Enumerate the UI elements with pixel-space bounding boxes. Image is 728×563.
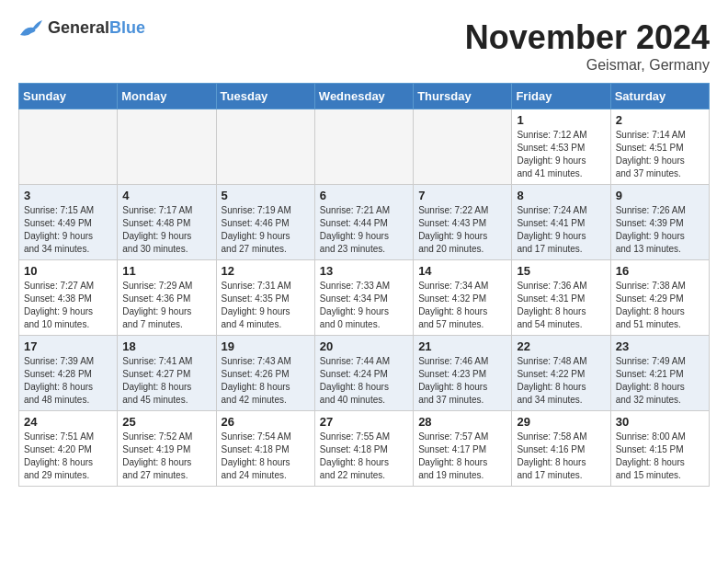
- day-info: Sunrise: 7:43 AM Sunset: 4:26 PM Dayligh…: [222, 355, 310, 407]
- title-area: November 2024 Geismar, Germany: [465, 18, 710, 74]
- day-info: Sunrise: 7:33 AM Sunset: 4:34 PM Dayligh…: [320, 280, 408, 331]
- calendar-cell: 20Sunrise: 7:44 AM Sunset: 4:24 PM Dayli…: [314, 336, 413, 411]
- day-info: Sunrise: 7:21 AM Sunset: 4:44 PM Dayligh…: [320, 204, 408, 256]
- calendar-week-1: 1Sunrise: 7:12 AM Sunset: 4:53 PM Daylig…: [19, 109, 710, 185]
- day-info: Sunrise: 7:46 AM Sunset: 4:23 PM Dayligh…: [418, 355, 506, 407]
- logo-general: General: [48, 19, 109, 38]
- day-number: 10: [24, 264, 112, 278]
- day-info: Sunrise: 7:55 AM Sunset: 4:18 PM Dayligh…: [320, 431, 408, 482]
- calendar-cell: [216, 109, 314, 185]
- calendar-cell: 30Sunrise: 8:00 AM Sunset: 4:15 PM Dayli…: [610, 411, 709, 487]
- day-info: Sunrise: 7:44 AM Sunset: 4:24 PM Dayligh…: [320, 355, 408, 407]
- day-number: 28: [418, 415, 506, 429]
- day-number: 7: [418, 189, 506, 202]
- day-number: 4: [122, 189, 210, 202]
- day-number: 6: [320, 189, 408, 202]
- calendar-cell: 12Sunrise: 7:31 AM Sunset: 4:35 PM Dayli…: [216, 260, 314, 336]
- day-info: Sunrise: 7:54 AM Sunset: 4:18 PM Dayligh…: [222, 431, 310, 482]
- day-info: Sunrise: 7:19 AM Sunset: 4:46 PM Dayligh…: [222, 204, 310, 256]
- calendar-cell: 9Sunrise: 7:26 AM Sunset: 4:39 PM Daylig…: [610, 185, 709, 260]
- calendar-cell: 15Sunrise: 7:36 AM Sunset: 4:31 PM Dayli…: [512, 260, 610, 336]
- day-number: 27: [320, 415, 408, 429]
- calendar-table: SundayMondayTuesdayWednesdayThursdayFrid…: [18, 83, 710, 487]
- month-title: November 2024: [465, 18, 710, 57]
- calendar-cell: 13Sunrise: 7:33 AM Sunset: 4:34 PM Dayli…: [314, 260, 413, 336]
- day-number: 13: [320, 264, 408, 278]
- day-number: 3: [24, 189, 112, 202]
- day-info: Sunrise: 7:12 AM Sunset: 4:53 PM Dayligh…: [517, 129, 605, 180]
- calendar-cell: 19Sunrise: 7:43 AM Sunset: 4:26 PM Dayli…: [216, 336, 314, 411]
- day-number: 30: [616, 415, 704, 429]
- calendar-cell: 21Sunrise: 7:46 AM Sunset: 4:23 PM Dayli…: [414, 336, 512, 411]
- day-info: Sunrise: 7:14 AM Sunset: 4:51 PM Dayligh…: [616, 129, 704, 180]
- day-number: 19: [222, 339, 310, 353]
- logo-text: General Blue: [48, 19, 145, 38]
- day-info: Sunrise: 7:27 AM Sunset: 4:38 PM Dayligh…: [24, 280, 112, 331]
- logo-blue: Blue: [109, 19, 145, 38]
- calendar-cell: 6Sunrise: 7:21 AM Sunset: 4:44 PM Daylig…: [314, 185, 413, 260]
- day-number: 22: [517, 339, 605, 353]
- day-number: 23: [616, 339, 704, 353]
- day-number: 9: [616, 189, 704, 202]
- calendar-cell: 3Sunrise: 7:15 AM Sunset: 4:49 PM Daylig…: [19, 185, 118, 260]
- day-number: 12: [222, 264, 310, 278]
- day-number: 29: [517, 415, 605, 429]
- calendar-cell: [314, 109, 413, 185]
- weekday-header-sunday: Sunday: [19, 84, 118, 109]
- day-info: Sunrise: 7:24 AM Sunset: 4:41 PM Dayligh…: [517, 204, 605, 256]
- calendar-cell: 23Sunrise: 7:49 AM Sunset: 4:21 PM Dayli…: [610, 336, 709, 411]
- day-info: Sunrise: 7:49 AM Sunset: 4:21 PM Dayligh…: [616, 355, 704, 407]
- day-info: Sunrise: 7:48 AM Sunset: 4:22 PM Dayligh…: [517, 355, 605, 407]
- calendar-cell: 18Sunrise: 7:41 AM Sunset: 4:27 PM Dayli…: [118, 336, 216, 411]
- calendar-cell: 11Sunrise: 7:29 AM Sunset: 4:36 PM Dayli…: [118, 260, 216, 336]
- calendar-cell: 24Sunrise: 7:51 AM Sunset: 4:20 PM Dayli…: [19, 411, 118, 487]
- calendar-cell: 29Sunrise: 7:58 AM Sunset: 4:16 PM Dayli…: [512, 411, 610, 487]
- day-number: 18: [122, 339, 210, 353]
- day-number: 17: [24, 339, 112, 353]
- day-number: 2: [616, 113, 704, 127]
- logo-bird-icon: [18, 18, 44, 39]
- day-number: 24: [24, 415, 112, 429]
- calendar-cell: 28Sunrise: 7:57 AM Sunset: 4:17 PM Dayli…: [414, 411, 512, 487]
- weekday-header-monday: Monday: [118, 84, 216, 109]
- day-number: 25: [122, 415, 210, 429]
- calendar-cell: 16Sunrise: 7:38 AM Sunset: 4:29 PM Dayli…: [610, 260, 709, 336]
- day-number: 15: [517, 264, 605, 278]
- day-info: Sunrise: 7:58 AM Sunset: 4:16 PM Dayligh…: [517, 431, 605, 482]
- location-title: Geismar, Germany: [465, 57, 710, 74]
- day-number: 21: [418, 339, 506, 353]
- logo: General Blue: [18, 18, 145, 39]
- day-info: Sunrise: 7:39 AM Sunset: 4:28 PM Dayligh…: [24, 355, 112, 407]
- day-number: 20: [320, 339, 408, 353]
- calendar-cell: 25Sunrise: 7:52 AM Sunset: 4:19 PM Dayli…: [118, 411, 216, 487]
- calendar-cell: 7Sunrise: 7:22 AM Sunset: 4:43 PM Daylig…: [414, 185, 512, 260]
- weekday-header-saturday: Saturday: [610, 84, 709, 109]
- day-info: Sunrise: 7:38 AM Sunset: 4:29 PM Dayligh…: [616, 280, 704, 331]
- day-number: 5: [222, 189, 310, 202]
- calendar-cell: [414, 109, 512, 185]
- weekday-header-wednesday: Wednesday: [314, 84, 413, 109]
- calendar-cell: 2Sunrise: 7:14 AM Sunset: 4:51 PM Daylig…: [610, 109, 709, 185]
- day-info: Sunrise: 7:51 AM Sunset: 4:20 PM Dayligh…: [24, 431, 112, 482]
- calendar-cell: 10Sunrise: 7:27 AM Sunset: 4:38 PM Dayli…: [19, 260, 118, 336]
- day-info: Sunrise: 7:31 AM Sunset: 4:35 PM Dayligh…: [222, 280, 310, 331]
- calendar-week-5: 24Sunrise: 7:51 AM Sunset: 4:20 PM Dayli…: [19, 411, 710, 487]
- day-number: 8: [517, 189, 605, 202]
- calendar-cell: 22Sunrise: 7:48 AM Sunset: 4:22 PM Dayli…: [512, 336, 610, 411]
- day-number: 14: [418, 264, 506, 278]
- day-info: Sunrise: 7:34 AM Sunset: 4:32 PM Dayligh…: [418, 280, 506, 331]
- calendar-cell: 17Sunrise: 7:39 AM Sunset: 4:28 PM Dayli…: [19, 336, 118, 411]
- calendar-cell: 27Sunrise: 7:55 AM Sunset: 4:18 PM Dayli…: [314, 411, 413, 487]
- weekday-header-row: SundayMondayTuesdayWednesdayThursdayFrid…: [19, 84, 710, 109]
- calendar-cell: 14Sunrise: 7:34 AM Sunset: 4:32 PM Dayli…: [414, 260, 512, 336]
- day-number: 11: [122, 264, 210, 278]
- weekday-header-tuesday: Tuesday: [216, 84, 314, 109]
- calendar-cell: 26Sunrise: 7:54 AM Sunset: 4:18 PM Dayli…: [216, 411, 314, 487]
- calendar-week-2: 3Sunrise: 7:15 AM Sunset: 4:49 PM Daylig…: [19, 185, 710, 260]
- calendar-cell: 5Sunrise: 7:19 AM Sunset: 4:46 PM Daylig…: [216, 185, 314, 260]
- day-info: Sunrise: 7:29 AM Sunset: 4:36 PM Dayligh…: [122, 280, 210, 331]
- day-info: Sunrise: 7:36 AM Sunset: 4:31 PM Dayligh…: [517, 280, 605, 331]
- weekday-header-friday: Friday: [512, 84, 610, 109]
- day-number: 26: [222, 415, 310, 429]
- day-info: Sunrise: 7:22 AM Sunset: 4:43 PM Dayligh…: [418, 204, 506, 256]
